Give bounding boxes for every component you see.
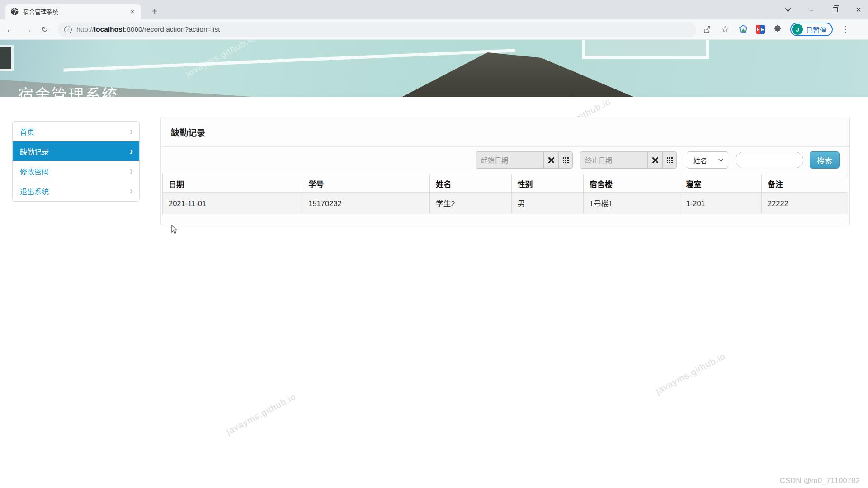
window-close-button[interactable]: × [853, 4, 864, 16]
tab-title: 宿舍管理系统 [23, 7, 128, 16]
chevron-right-icon: › [130, 186, 133, 196]
forward-icon[interactable]: → [21, 23, 34, 36]
browser-tab[interactable]: 宿舍管理系统 × [5, 4, 141, 19]
search-field-value: 姓名 [693, 155, 707, 165]
absence-records-panel: 缺勤记录 姓名 [160, 117, 850, 225]
chevron-right-icon: › [130, 127, 133, 136]
csdn-watermark: CSDN @m0_71100782 [779, 476, 860, 485]
share-icon[interactable] [702, 24, 712, 35]
end-date-calendar-icon[interactable] [662, 152, 676, 168]
banner-decoration [401, 52, 634, 97]
back-icon[interactable]: ← [4, 23, 17, 36]
search-field-select[interactable]: 姓名 [687, 151, 728, 169]
cell-gender: 男 [511, 193, 583, 214]
browser-menu-icon[interactable]: ⋮ [840, 24, 851, 35]
col-header-student-id: 学号 [302, 174, 430, 193]
browser-window: 宿舍管理系统 × + – × ← → ↻ i http://localhost:… [0, 0, 868, 488]
banner-decoration [63, 49, 515, 72]
cell-remark: 22222 [761, 193, 848, 214]
col-header-date: 日期 [163, 174, 302, 193]
sidebar-item-absence-records[interactable]: 缺勤记录 › [13, 141, 139, 161]
restore-button[interactable] [829, 4, 841, 16]
watermark: javayms.github.io [225, 391, 298, 437]
panel-header: 缺勤记录 [161, 117, 849, 147]
clear-start-date-icon[interactable] [543, 152, 558, 168]
start-date-calendar-icon[interactable] [558, 152, 572, 168]
window-controls: – × [782, 0, 864, 19]
page-info-icon[interactable]: i [64, 26, 72, 33]
panel-title: 缺勤记录 [171, 128, 205, 138]
end-date-group [580, 151, 677, 169]
site-favicon-icon [11, 8, 19, 15]
table-row: 2021-11-01 15170232 学生2 男 1号楼1 1-201 222… [163, 193, 848, 214]
cell-name: 学生2 [430, 193, 511, 214]
filter-bar: 姓名 搜索 [161, 147, 849, 173]
address-bar[interactable]: i http://localhost:8080/record.action?ac… [58, 22, 696, 37]
col-header-name: 姓名 [430, 174, 511, 193]
profile-avatar: J [792, 24, 803, 35]
col-header-gender: 性别 [511, 174, 583, 193]
cell-building: 1号楼1 [583, 193, 680, 214]
toolbar-right: ☆ FE J 已暂停 ⋮ [702, 23, 851, 36]
chevron-down-icon [718, 159, 723, 162]
clear-end-date-icon[interactable] [647, 152, 662, 168]
shield-extension-icon[interactable] [738, 24, 749, 35]
sidebar-item-home[interactable]: 首页 › [13, 122, 139, 141]
bookmark-star-icon[interactable]: ☆ [720, 24, 731, 35]
col-header-remark: 备注 [761, 174, 848, 193]
chevron-right-icon: › [130, 166, 133, 176]
reload-icon[interactable]: ↻ [38, 23, 52, 36]
end-date-input[interactable] [580, 152, 647, 168]
profile-chip[interactable]: J 已暂停 [790, 23, 833, 36]
sidebar-item-change-password[interactable]: 修改密码 › [13, 161, 139, 181]
mouse-cursor [171, 225, 179, 235]
site-header-banner: 宿舍管理系统 当前用户：学生2 [0, 40, 868, 97]
cell-student-id: 15170232 [302, 193, 430, 214]
sidebar-item-logout[interactable]: 退出系统 › [13, 181, 139, 201]
minimize-button[interactable]: – [806, 4, 817, 16]
col-header-building: 宿舍楼 [583, 174, 680, 193]
extensions-puzzle-icon[interactable] [772, 24, 783, 35]
browser-toolbar: ← → ↻ i http://localhost:8080/record.act… [0, 19, 868, 40]
search-button[interactable]: 搜索 [810, 151, 840, 169]
table-header-row: 日期 学号 姓名 性别 宿舍楼 寝室 备注 [163, 174, 848, 193]
keyword-input[interactable] [736, 152, 803, 168]
new-tab-button[interactable]: + [148, 5, 161, 18]
col-header-room: 寝室 [680, 174, 761, 193]
tab-search-chevron-icon[interactable] [782, 4, 794, 16]
tab-close-icon[interactable]: × [128, 8, 137, 16]
chevron-right-icon: › [130, 146, 133, 156]
banner-decoration [0, 45, 14, 71]
start-date-input[interactable] [476, 152, 543, 168]
sidebar-menu: 首页 › 缺勤记录 › 修改密码 › 退出系统 › [12, 121, 140, 202]
url-text: http://localhost:8080/record.action?acti… [76, 25, 220, 33]
absence-records-table: 日期 学号 姓名 性别 宿舍楼 寝室 备注 2021-11-01 1517023… [162, 174, 848, 214]
start-date-group [476, 151, 573, 169]
profile-status: 已暂停 [806, 25, 826, 34]
tab-strip: 宿舍管理系统 × + – × [0, 0, 868, 19]
site-title: 宿舍管理系统 [18, 83, 118, 97]
cell-date: 2021-11-01 [163, 193, 302, 214]
banner-decoration [582, 40, 709, 59]
cell-room: 1-201 [680, 193, 761, 214]
watermark: javayms.github.io [654, 351, 727, 396]
fe-extension-icon[interactable]: FE [756, 25, 765, 34]
